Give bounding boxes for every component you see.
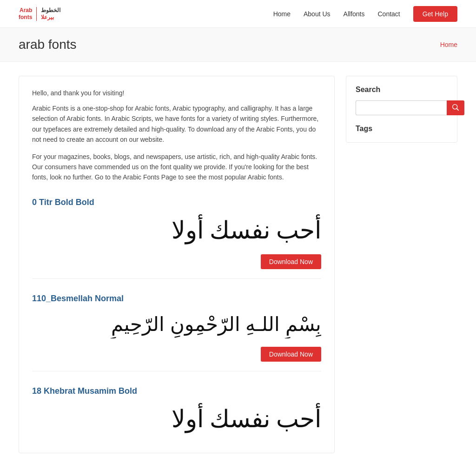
nav-allfonts[interactable]: Allfonts [344,10,365,18]
font-preview-2: أحب نفسك أولا [32,403,321,435]
search-button[interactable] [447,100,464,115]
content-area: Hello, and thank you for visiting! Arabi… [19,76,335,453]
sidebar: Search Tags [346,76,457,453]
nav-contact[interactable]: Contact [378,10,400,18]
download-button-0[interactable]: Download Now [261,254,321,269]
main-container: Hello, and thank you for visiting! Arabi… [0,62,476,467]
site-header: Arab fonts الخطوط بيرعلا Home About Us A… [0,0,476,28]
page-title: arab fonts [19,37,77,52]
content-card: Hello, and thank you for visiting! Arabi… [19,76,335,453]
main-nav: Home About Us Allfonts Contact Get Help [273,6,457,22]
page-header: arab fonts Home [0,28,476,62]
logo-text-ar-top: الخطوط [41,7,60,13]
intro-para2: For your magazines, books, blogs, and ne… [32,152,321,183]
font-name-1: 110_Besmellah Normal [32,294,321,304]
search-title: Search [356,86,448,94]
logo-divider [36,7,37,21]
font-preview-0: أحب نفسك أولا [32,215,321,246]
font-divider-0 [32,278,321,279]
logo-text-ar-bottom: بيرعلا [41,14,54,20]
font-entry-0: 0 Titr Bold Bold أحب نفسك أولا Download … [32,198,321,270]
font-name-0: 0 Titr Bold Bold [32,198,321,207]
intro-para1: Arabic Fonts is a one-stop-shop for Arab… [32,103,321,145]
logo-text-en-bottom: fonts [19,14,32,20]
search-input[interactable] [356,100,447,115]
font-entry-2: 18 Khebrat Musamim Bold أحب نفسك أولا [32,386,321,435]
font-divider-1 [32,371,321,371]
get-help-button[interactable]: Get Help [413,6,457,22]
download-row-1: Download Now [32,347,321,362]
font-entry-1: 110_Besmellah Normal بِسْمِ اللـهِ الرّح… [32,294,321,362]
logo-text-en-top: Arab [20,7,32,13]
sidebar-card: Search Tags [346,76,457,143]
download-button-1[interactable]: Download Now [261,347,321,362]
download-row-0: Download Now [32,254,321,269]
search-row [356,100,448,115]
site-logo[interactable]: Arab fonts الخطوط بيرعلا [19,7,60,21]
font-name-2: 18 Khebrat Musamim Bold [32,386,321,396]
nav-about[interactable]: About Us [304,10,331,18]
font-preview-1: بِسْمِ اللـهِ الرّحْمِونِ الرّحِيمِ [32,311,321,338]
tags-title: Tags [356,125,448,133]
nav-home[interactable]: Home [273,10,291,18]
greeting-text: Hello, and thank you for visiting! [32,89,321,97]
breadcrumb-home[interactable]: Home [440,41,457,48]
search-icon [452,104,459,111]
